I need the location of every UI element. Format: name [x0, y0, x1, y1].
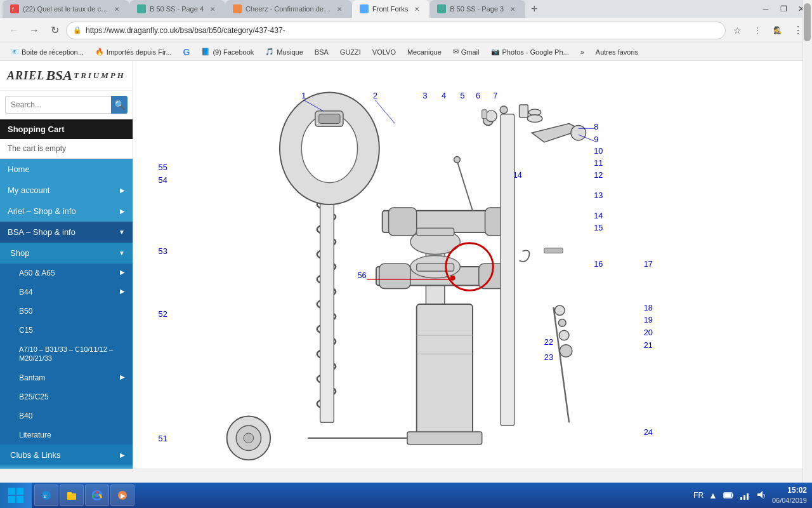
- svg-point-55: [554, 305, 565, 316]
- bookmark-inbox[interactable]: 📧 Boite de réception...: [5, 46, 89, 57]
- tab-2-title: B 50 SS - Page 4: [150, 5, 204, 13]
- search-box: 🔍: [5, 96, 128, 114]
- svg-point-90: [95, 493, 99, 497]
- address-bar[interactable]: 🔒 https://www.draganfly.co.uk/bsa/bsa/b5…: [66, 22, 726, 39]
- bookmark-google[interactable]: G: [178, 46, 195, 58]
- taskbar-chrome[interactable]: [85, 485, 109, 506]
- address-text: https://www.draganfly.co.uk/bsa/bsa/b50/…: [86, 26, 719, 35]
- svg-text:16: 16: [594, 259, 603, 269]
- nav-clubs-links[interactable]: Clubs & Links ▶: [0, 444, 133, 465]
- tab-3-close[interactable]: ✕: [334, 4, 344, 14]
- bookmark-bsa[interactable]: BSA: [310, 47, 334, 57]
- svg-point-52: [500, 106, 508, 114]
- svg-rect-63: [520, 105, 528, 117]
- bookmark-facebook[interactable]: 📘 (9) Facebook: [196, 46, 259, 57]
- taskbar-media[interactable]: ▶: [110, 485, 134, 506]
- tab-2[interactable]: B 50 SS - Page 4 ✕: [129, 0, 225, 18]
- clock-time: 15:02: [772, 485, 807, 496]
- bookmark-guzzi[interactable]: GUZZI: [335, 47, 366, 57]
- svg-text:): ): [764, 493, 765, 497]
- svg-text:15: 15: [594, 223, 603, 232]
- nav-a7-label: A7/10 – B31/33 – C10/11/12 – M20/21/33: [19, 345, 113, 362]
- svg-text:f: f: [12, 6, 14, 12]
- tab-1[interactable]: f (22) Quel est le taux de com... ✕: [3, 0, 129, 18]
- nav-b40[interactable]: B40: [0, 406, 133, 425]
- bookmark-mecanique[interactable]: Mecanique: [402, 47, 447, 57]
- bookmark-volvo[interactable]: VOLVO: [367, 47, 401, 57]
- language-indicator: FR: [693, 491, 704, 500]
- tab-5-close[interactable]: ✕: [508, 4, 518, 14]
- extensions-button[interactable]: ⋮: [749, 22, 766, 39]
- bookmark-star-button[interactable]: ☆: [728, 22, 746, 39]
- scrollbar-vertical[interactable]: [802, 61, 812, 469]
- taskbar-ie[interactable]: e: [34, 485, 58, 506]
- nav-a7-group[interactable]: A7/10 – B31/33 – C10/11/12 – M20/21/33: [0, 340, 133, 368]
- taskbar: e ▶ FR ▲: [0, 483, 812, 508]
- bookmark-photos[interactable]: 📷 Photos - Google Ph...: [486, 46, 574, 57]
- tab-5[interactable]: B 50 SS - Page 3 ✕: [429, 0, 525, 18]
- bsa-logo: BSA: [46, 67, 72, 84]
- nav-a50-a65[interactable]: A50 & A65 ▶: [0, 264, 133, 283]
- svg-rect-73: [417, 304, 473, 441]
- svg-text:22: 22: [544, 337, 553, 347]
- nav-home-label: Home: [8, 164, 30, 174]
- nav-b50-label: B50: [19, 307, 32, 316]
- bookmark-more[interactable]: »: [575, 47, 589, 57]
- start-button[interactable]: [0, 483, 32, 508]
- signal-icon: [739, 490, 750, 501]
- new-tab-button[interactable]: +: [525, 0, 543, 18]
- nav-shop[interactable]: Shop ▼: [0, 243, 133, 264]
- bookmark-icon: 📷: [491, 48, 500, 56]
- bookmark-gmail[interactable]: ✉ Gmail: [448, 46, 485, 57]
- nav-ariel-label: Ariel – Shop & info: [8, 206, 76, 216]
- bookmark-icon: 🔥: [95, 48, 104, 56]
- nav-my-account-label: My account: [8, 185, 49, 195]
- bookmark-label: GUZZI: [340, 48, 361, 56]
- taskbar-explorer[interactable]: [60, 485, 84, 506]
- nav-bsa[interactable]: BSA – Shop & info ▼: [0, 222, 133, 243]
- nav-ariel[interactable]: Ariel – Shop & info ▶: [0, 201, 133, 222]
- minimize-button[interactable]: ─: [757, 3, 774, 15]
- bookmark-autres[interactable]: Autres favoris: [591, 47, 643, 57]
- tab-4[interactable]: Front Forks ✕: [352, 0, 429, 18]
- bookmark-icon: G: [183, 47, 190, 57]
- bookmark-imported[interactable]: 🔥 Importés depuis Fir...: [90, 46, 177, 57]
- nav-bantam[interactable]: Bantam ▶: [0, 368, 133, 387]
- tab-1-close[interactable]: ✕: [112, 4, 122, 14]
- nav-literature[interactable]: Literature: [0, 425, 133, 444]
- nav-bantam-label: Bantam: [19, 373, 45, 382]
- svg-point-50: [571, 125, 586, 140]
- nav-b25-c25[interactable]: B25/C25: [0, 387, 133, 406]
- nav-home[interactable]: Home: [0, 159, 133, 180]
- search-input[interactable]: [5, 96, 111, 114]
- nav-my-account[interactable]: My account ▶: [0, 180, 133, 201]
- svg-rect-84: [16, 496, 23, 503]
- nav-c15[interactable]: C15: [0, 321, 133, 340]
- search-button[interactable]: 🔍: [111, 96, 128, 114]
- nav-b50[interactable]: B50: [0, 302, 133, 321]
- svg-text:52: 52: [159, 309, 167, 319]
- toolbar-actions: ☆ ⋮ 🕵 ⋮: [728, 22, 807, 39]
- svg-rect-48: [417, 264, 454, 271]
- svg-rect-76: [407, 432, 482, 444]
- taskbar-tray: FR ▲ ) ) 15:02 06/04/2019: [688, 485, 812, 505]
- tab-4-title: Front Forks: [372, 5, 408, 13]
- bookmark-musique[interactable]: 🎵 Musique: [260, 46, 308, 57]
- back-button[interactable]: ←: [5, 22, 23, 39]
- main-content: 1 2 3 4 5 6 7 8 9 10 11 12 13 14 14: [133, 61, 812, 469]
- forward-button[interactable]: →: [25, 22, 43, 39]
- nav-b44[interactable]: B44 ▶: [0, 283, 133, 302]
- reload-button[interactable]: ↻: [46, 22, 63, 39]
- nav-arrow-clubs: ▶: [120, 451, 125, 458]
- svg-text:12: 12: [594, 170, 603, 180]
- restore-button[interactable]: ❐: [775, 3, 792, 15]
- bookmark-icon: ✉: [453, 48, 459, 56]
- tab-4-close[interactable]: ✕: [412, 4, 422, 14]
- svg-marker-99: [757, 491, 763, 498]
- clock-date: 06/04/2019: [772, 496, 807, 505]
- nav-articles[interactable]: Articles and tech info: [0, 465, 133, 469]
- svg-rect-95: [724, 493, 731, 497]
- svg-text:13: 13: [594, 190, 603, 200]
- tab-2-close[interactable]: ✕: [207, 4, 218, 14]
- tab-3[interactable]: Cheerz - Confirmation de vo... ✕: [225, 0, 352, 18]
